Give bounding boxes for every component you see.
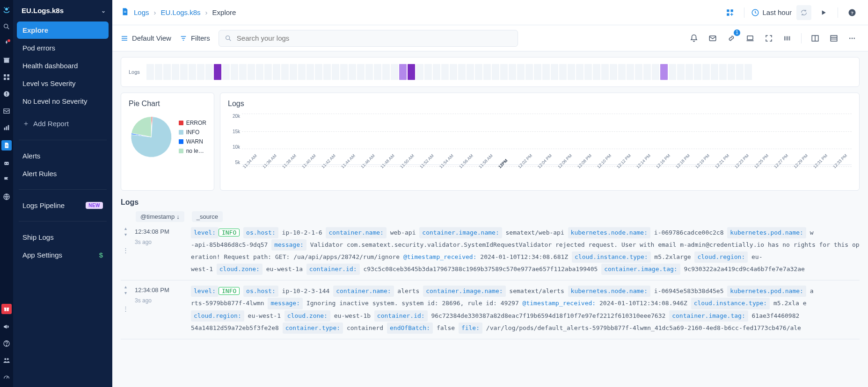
default-view-button[interactable]: Default View xyxy=(121,34,171,42)
heatmap-cell[interactable] xyxy=(424,64,432,80)
heatmap-cell[interactable] xyxy=(509,64,516,80)
legend-item[interactable]: WARN xyxy=(179,138,206,145)
list-view-icon[interactable] xyxy=(827,31,841,45)
legend-item[interactable]: INFO xyxy=(179,129,206,136)
heatmap-cell[interactable] xyxy=(643,64,651,80)
gauge-icon[interactable] xyxy=(2,373,11,381)
heatmap-cell[interactable] xyxy=(660,64,668,80)
content-scroll[interactable]: Logs Pie Chart ERRORINFOWARNno le… Logs … xyxy=(112,51,868,387)
pie-chart[interactable] xyxy=(129,114,174,160)
heatmap-cell[interactable] xyxy=(214,64,221,80)
heatmap-cell[interactable] xyxy=(458,64,466,80)
heatmap-cell[interactable] xyxy=(306,64,314,80)
heatmap-cell[interactable] xyxy=(551,64,558,80)
app-selector[interactable]: EU.Logs.k8s ⌄ xyxy=(13,0,112,19)
search-input-wrapper[interactable] xyxy=(219,30,518,47)
search-input[interactable] xyxy=(236,34,512,43)
heatmap-cell[interactable] xyxy=(248,64,255,80)
heatmap-cell[interactable] xyxy=(744,64,752,80)
flag-icon[interactable] xyxy=(2,176,11,184)
heatmap-cell[interactable] xyxy=(711,64,718,80)
heatmap-cell[interactable] xyxy=(382,64,390,80)
heatmap-cell[interactable] xyxy=(584,64,592,80)
heatmap-cell[interactable] xyxy=(231,64,238,80)
sidebar-item-pod-errors[interactable]: Pod errors xyxy=(17,39,109,57)
heatmap-cell[interactable] xyxy=(601,64,609,80)
heatmap-cell[interactable] xyxy=(534,64,541,80)
sidebar-item-no-level-no-severity[interactable]: No Level no Severity xyxy=(17,93,109,110)
heatmap-cell[interactable] xyxy=(399,64,407,80)
legend-item[interactable]: no le… xyxy=(179,148,206,154)
time-range-selector[interactable]: Last hour xyxy=(751,8,792,17)
heatmap-cell[interactable] xyxy=(610,64,617,80)
heatmap-cell[interactable] xyxy=(702,64,710,80)
heatmap-cell[interactable] xyxy=(483,64,491,80)
heatmap-cell[interactable] xyxy=(146,64,154,80)
alert-icon[interactable] xyxy=(2,90,11,98)
heatmap-cell[interactable] xyxy=(163,64,171,80)
people-icon[interactable] xyxy=(2,356,11,365)
heatmap-cell[interactable] xyxy=(256,64,263,80)
sidebar-item-ship-logs[interactable]: Ship Logs xyxy=(17,229,109,246)
help-top-icon[interactable]: ? xyxy=(845,5,860,20)
heatmap-cell[interactable] xyxy=(315,64,322,80)
heatmap-cell[interactable] xyxy=(728,64,735,80)
stats-icon[interactable] xyxy=(2,123,11,132)
heatmap-cell[interactable] xyxy=(593,64,600,80)
heatmap-cell[interactable] xyxy=(627,64,634,80)
store-icon[interactable] xyxy=(2,56,11,64)
row-menu-icon[interactable]: ⋮ xyxy=(123,304,129,314)
heatmap-cell[interactable] xyxy=(694,64,701,80)
breadcrumb-logs[interactable]: Logs xyxy=(134,8,149,16)
play-button[interactable] xyxy=(816,5,831,20)
heatmap-cell[interactable] xyxy=(542,64,550,80)
heatmap-cell[interactable] xyxy=(349,64,356,80)
help-icon[interactable] xyxy=(2,339,11,348)
barcode-icon[interactable] xyxy=(780,31,795,45)
heatmap-cell[interactable] xyxy=(475,64,482,80)
heatmap-cell[interactable] xyxy=(618,64,626,80)
heatmap-cell[interactable] xyxy=(357,64,365,80)
apps-icon[interactable] xyxy=(722,5,737,20)
grid-icon[interactable] xyxy=(2,73,11,81)
heatmap-cell[interactable] xyxy=(205,64,213,80)
laptop-icon[interactable] xyxy=(743,31,757,45)
sidebar-item-logs-pipeline[interactable]: Logs Pipeline NEW xyxy=(17,197,109,214)
heatmap-cell[interactable] xyxy=(332,64,339,80)
heatmap-cell[interactable] xyxy=(323,64,331,80)
heatmap-cell[interactable] xyxy=(264,64,272,80)
more-icon[interactable]: ⋯ xyxy=(846,31,860,45)
logs-nav-icon[interactable] xyxy=(1,140,12,150)
heatmap-cells[interactable] xyxy=(146,64,852,80)
add-report-button[interactable]: ＋ Add Report xyxy=(17,115,109,133)
heatmap-cell[interactable] xyxy=(500,64,508,80)
heatmap-cell[interactable] xyxy=(517,64,525,80)
sidebar-item-alerts[interactable]: Alerts xyxy=(17,147,109,165)
heatmap-cell[interactable] xyxy=(391,64,398,80)
heatmap-cell[interactable] xyxy=(365,64,373,80)
sidebar-item-explore[interactable]: Explore xyxy=(17,22,109,39)
log-source[interactable]: level: INFO os.host: ip-10-2-1-6 contain… xyxy=(191,227,860,275)
heatmap-cell[interactable] xyxy=(155,64,162,80)
inbox-icon[interactable] xyxy=(2,107,11,115)
heatmap-cell[interactable] xyxy=(180,64,188,80)
sidebar-item-app-settings[interactable]: App Settings $ xyxy=(17,246,109,264)
row-menu-icon[interactable]: ⋮ xyxy=(123,245,129,256)
legend-item[interactable]: ERROR xyxy=(179,120,206,126)
col-timestamp[interactable]: @timestamp ↓ xyxy=(136,211,184,222)
col-source[interactable]: _source xyxy=(192,211,223,222)
row-expand[interactable]: ▴▾ ⋮ xyxy=(121,227,130,275)
megaphone-icon[interactable] xyxy=(2,322,11,331)
heatmap-cell[interactable] xyxy=(441,64,449,80)
heatmap-cell[interactable] xyxy=(492,64,499,80)
log-source[interactable]: level: INFO os.host: ip-10-2-3-144 conta… xyxy=(191,285,860,334)
heatmap-cell[interactable] xyxy=(568,64,575,80)
heatmap-cell[interactable] xyxy=(273,64,280,80)
link-icon[interactable]: 1 xyxy=(724,31,738,45)
sidebar-item-health-dashboard[interactable]: Health dashboard xyxy=(17,57,109,74)
heatmap-cell[interactable] xyxy=(576,64,584,80)
heatmap-cell[interactable] xyxy=(669,64,676,80)
split-view-icon[interactable] xyxy=(808,31,822,45)
heatmap-cell[interactable] xyxy=(222,64,230,80)
row-expand[interactable]: ▴▾ ⋮ xyxy=(121,285,130,334)
